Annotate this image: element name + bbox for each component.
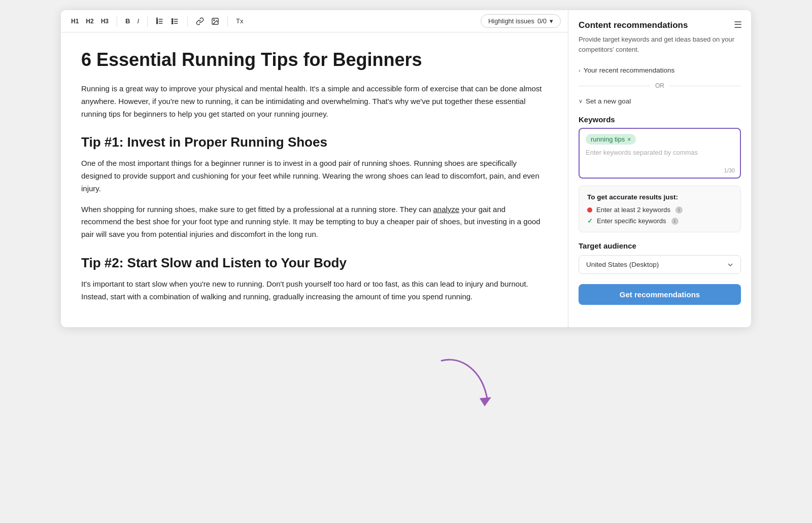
rule2-info-icon[interactable]: i <box>671 218 679 225</box>
keywords-input-box[interactable]: running tips × Enter keywords separated … <box>579 128 741 179</box>
keywords-label: Keywords <box>579 115 741 124</box>
keywords-counter: 1/30 <box>724 167 735 173</box>
new-goal-item[interactable]: ∨ Set a new goal <box>579 94 741 108</box>
new-goal-label: Set a new goal <box>586 97 631 105</box>
or-divider: OR <box>579 82 741 89</box>
svg-point-11 <box>172 22 173 24</box>
heading-group: H1 H2 H3 <box>68 16 112 27</box>
toolbar-divider-2 <box>147 16 148 27</box>
highlight-issues-button[interactable]: Highlight issues 0/0 ▾ <box>481 14 561 28</box>
image-button[interactable] <box>208 15 222 27</box>
svg-text:3: 3 <box>156 22 158 24</box>
editor-panel: H1 H2 H3 B I 123 <box>61 10 568 327</box>
link-button[interactable] <box>193 15 207 27</box>
rule1-item: Enter at least 2 keywords i <box>587 206 732 214</box>
editor-content[interactable]: 6 Essential Running Tips for Beginners R… <box>61 32 568 327</box>
article-title: 6 Essential Running Tips for Beginners <box>81 49 548 71</box>
tip2-paragraph1: It's important to start slow when you're… <box>81 278 548 303</box>
tip2-heading: Tip #2: Start Slow and Listen to Your Bo… <box>81 255 548 271</box>
accurate-title: To get accurate results just: <box>587 193 732 201</box>
tip1-heading: Tip #1: Invest in Proper Running Shoes <box>81 134 548 150</box>
rule2-item: ✓ Enter specific keywords i <box>587 217 732 225</box>
toolbar-divider-1 <box>117 16 117 27</box>
recent-recommendations-label: Your recent recommendations <box>584 66 675 74</box>
sidebar-title: Content recommendations <box>579 20 741 30</box>
bullet-list-button[interactable] <box>168 15 182 27</box>
svg-point-10 <box>172 20 173 22</box>
rule1-info-icon[interactable]: i <box>675 206 683 214</box>
keyword-tag-text: running tips <box>591 135 625 143</box>
rule2-status-icon: ✓ <box>587 217 593 225</box>
highlight-count: 0/0 <box>537 17 547 25</box>
toolbar-divider-4 <box>227 16 228 27</box>
italic-button[interactable]: I <box>134 15 142 27</box>
svg-point-9 <box>172 18 173 20</box>
h2-button[interactable]: H2 <box>83 16 96 27</box>
keyword-tag-running-tips: running tips × <box>586 134 636 145</box>
arrow-annotation <box>431 356 497 411</box>
analyze-link[interactable]: analyze <box>433 205 459 214</box>
audience-select[interactable]: United States (Desktop) United Kingdom (… <box>579 255 741 274</box>
toolbar: H1 H2 H3 B I 123 <box>61 10 568 32</box>
tip1-paragraph2: When shopping for running shoes, make su… <box>81 203 548 241</box>
keywords-placeholder: Enter keywords separated by commas <box>586 149 734 156</box>
h3-button[interactable]: H3 <box>98 16 112 27</box>
rule1-status-icon <box>587 207 592 213</box>
chevron-down-icon: ∨ <box>579 98 583 104</box>
toolbar-divider-3 <box>187 16 188 27</box>
chevron-right-icon: › <box>579 67 581 74</box>
svg-point-13 <box>214 19 215 20</box>
bold-button[interactable]: B <box>122 15 133 27</box>
sidebar-desc: Provide target keywords and get ideas ba… <box>579 34 741 54</box>
format-group: B I <box>122 15 142 27</box>
sidebar: ☰ Content recommendations Provide target… <box>568 10 751 327</box>
h1-button[interactable]: H1 <box>68 16 82 27</box>
app-container: H1 H2 H3 B I 123 <box>61 10 751 327</box>
recent-recommendations-item[interactable]: › Your recent recommendations <box>579 63 741 77</box>
tip1-paragraph1: One of the most important things for a b… <box>81 157 548 195</box>
sidebar-menu-icon[interactable]: ☰ <box>734 19 742 30</box>
get-recommendations-button[interactable]: Get recommendations <box>579 284 741 305</box>
keyword-tag-remove[interactable]: × <box>627 136 631 143</box>
highlight-label: Highlight issues <box>488 17 534 25</box>
accurate-results-box: To get accurate results just: Enter at l… <box>579 186 741 232</box>
svg-marker-14 <box>480 397 491 406</box>
intro-paragraph: Running is a great way to improve your p… <box>81 83 548 120</box>
highlight-chevron: ▾ <box>550 17 553 25</box>
list-group: 123 <box>153 15 182 27</box>
or-text: OR <box>655 82 664 89</box>
insert-group <box>193 15 222 27</box>
rule1-label: Enter at least 2 keywords <box>596 206 670 214</box>
rule2-label: Enter specific keywords <box>597 217 666 225</box>
target-audience-label: Target audience <box>579 241 741 250</box>
clear-format-button[interactable]: Tx <box>233 15 246 27</box>
ordered-list-button[interactable]: 123 <box>153 15 167 27</box>
